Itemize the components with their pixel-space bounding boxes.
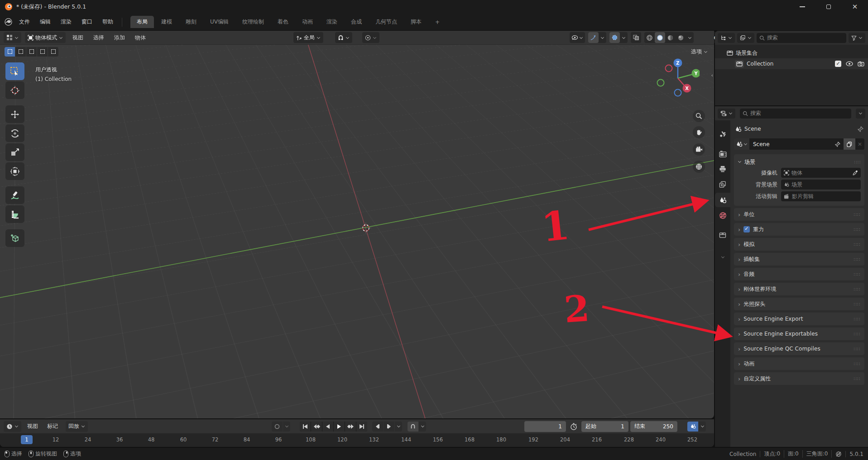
section-custom-properties[interactable]: ›自定义属性∷∷: [734, 372, 864, 385]
select-mode-intersect[interactable]: [48, 47, 58, 57]
section-rigid-body-world[interactable]: ›刚体世界环境∷∷: [734, 283, 864, 295]
section-audio[interactable]: ›音频∷∷: [734, 268, 864, 280]
mode-selector[interactable]: 物体模式: [25, 32, 66, 43]
tool-scale[interactable]: [5, 143, 24, 161]
close-button[interactable]: ✕: [842, 0, 868, 14]
frame-start-field[interactable]: 起始 1: [581, 421, 628, 432]
select-mode-invert[interactable]: [37, 47, 48, 57]
outliner-row-collection[interactable]: Collection ✓: [715, 58, 868, 69]
viewport-3d[interactable]: 物体模式 视图 选择 添加 物体 全局: [0, 31, 714, 418]
tab-world-properties[interactable]: [715, 208, 730, 223]
viewport-menu-add[interactable]: 添加: [111, 34, 128, 42]
eyedropper-icon[interactable]: [853, 170, 858, 175]
timeline-menu-marker[interactable]: 标记: [44, 422, 61, 430]
shading-rendered-button[interactable]: [676, 32, 686, 43]
timeline-snap-dropdown[interactable]: [419, 422, 426, 432]
viewport-menu-select[interactable]: 选择: [90, 34, 107, 42]
tool-measure[interactable]: [5, 205, 24, 223]
app-menu-icon[interactable]: [5, 18, 12, 26]
tab-texture-paint[interactable]: 纹理绘制: [236, 16, 270, 28]
properties-tabs-overflow-chevron[interactable]: [715, 250, 730, 264]
toggle-perspective-button[interactable]: [693, 161, 705, 173]
frame-end-field[interactable]: 结束 250: [630, 421, 677, 432]
section-simulation[interactable]: ›模拟∷∷: [734, 238, 864, 251]
scene-id-unlink-button[interactable]: ✕: [855, 138, 864, 150]
section-keying-sets[interactable]: ›插帧集∷∷: [734, 253, 864, 266]
section-source-engine-export[interactable]: ›Source Engine Export∷∷: [734, 313, 864, 325]
background-scene-field[interactable]: 场景: [781, 180, 861, 190]
timeline-ruler[interactable]: 1 12 24 36 48 60 72 84 96 108 120 132 14…: [0, 433, 714, 447]
menu-render[interactable]: 渲染: [56, 16, 77, 28]
gizmos-toggle[interactable]: [588, 32, 599, 43]
hide-eye-icon[interactable]: [846, 61, 853, 66]
visibility-dropdown[interactable]: [570, 32, 585, 43]
auto-keying-toggle[interactable]: [272, 422, 283, 432]
shading-wireframe-button[interactable]: [644, 32, 655, 43]
menu-help[interactable]: 帮助: [97, 16, 118, 28]
tool-rotate[interactable]: [5, 124, 24, 142]
viewport-options-dropdown[interactable]: 选项: [691, 48, 708, 56]
transform-orientation-dropdown[interactable]: 全局: [293, 32, 323, 43]
breadcrumb-pin-icon[interactable]: [858, 126, 863, 132]
prev-keyframe-button[interactable]: [311, 422, 322, 432]
section-light-probes[interactable]: ›光照探头∷∷: [734, 298, 864, 310]
tab-rendering[interactable]: 渲染: [320, 16, 344, 28]
menu-file[interactable]: 文件: [14, 16, 35, 28]
properties-search-input[interactable]: 搜索: [740, 109, 851, 119]
tab-viewlayer-properties[interactable]: [715, 177, 730, 192]
scene-id-browse-button[interactable]: [734, 138, 749, 150]
tab-collection-properties[interactable]: [715, 228, 730, 242]
section-animation[interactable]: ›动画∷∷: [734, 357, 864, 370]
tool-move[interactable]: [5, 105, 24, 123]
outliner-display-mode-button[interactable]: [737, 33, 754, 43]
playback-sync-button[interactable]: [687, 422, 698, 432]
frame-forward-button[interactable]: [384, 422, 394, 432]
outliner-row-scene-collection[interactable]: 场景集合: [715, 47, 868, 58]
outliner-filter-button[interactable]: [849, 33, 865, 43]
tab-geometry-nodes[interactable]: 几何节点: [369, 16, 403, 28]
next-keyframe-button[interactable]: [345, 422, 356, 432]
scene-id-name[interactable]: Scene: [749, 138, 832, 150]
section-source-engine-qc-compiles[interactable]: ›Source Engine QC Compiles∷∷: [734, 342, 864, 355]
camera-view-button[interactable]: [693, 143, 705, 156]
shading-material-button[interactable]: [665, 32, 676, 43]
tab-render-properties[interactable]: [715, 147, 730, 161]
ruler-current-frame[interactable]: 1: [21, 435, 33, 444]
tool-transform[interactable]: [5, 162, 24, 180]
viewport-menu-view[interactable]: 视图: [69, 34, 86, 42]
jump-to-end-button[interactable]: [356, 422, 367, 432]
timeline-editor-type-button[interactable]: [4, 421, 21, 432]
proportional-editing-toggle[interactable]: [362, 32, 379, 43]
jump-to-start-button[interactable]: [300, 422, 311, 432]
tab-scripting[interactable]: 脚本: [404, 16, 428, 28]
active-clip-field[interactable]: 影片剪辑: [781, 191, 861, 201]
tab-scene-properties[interactable]: [715, 193, 730, 207]
menu-window[interactable]: 窗口: [77, 16, 97, 28]
outliner-search-input[interactable]: 搜索: [757, 33, 846, 43]
gravity-checkbox[interactable]: [743, 226, 750, 232]
section-source-engine-exportables[interactable]: ›Source Engine Exportables∷∷: [734, 327, 864, 340]
editor-type-button[interactable]: [4, 32, 21, 43]
outliner-editor-type-button[interactable]: [718, 33, 735, 43]
select-mode-extend[interactable]: [15, 47, 26, 57]
overlays-dropdown[interactable]: [620, 32, 628, 43]
section-units[interactable]: ›单位∷∷: [734, 208, 864, 221]
properties-editor-type-button[interactable]: [718, 109, 735, 119]
camera-object-field[interactable]: 物体: [781, 168, 861, 178]
tab-output-properties[interactable]: [715, 162, 730, 176]
timeline-menu-view[interactable]: 视图: [24, 422, 41, 430]
minimize-button[interactable]: [789, 0, 815, 14]
tab-tool-properties[interactable]: [715, 127, 730, 141]
pan-hand-button[interactable]: [693, 126, 705, 138]
menu-edit[interactable]: 编辑: [35, 16, 56, 28]
tool-cursor[interactable]: [5, 81, 24, 99]
tab-uv-editing[interactable]: UV编辑: [204, 16, 235, 28]
tab-compositing[interactable]: 合成: [345, 16, 368, 28]
play-reverse-button[interactable]: [322, 422, 333, 432]
select-mode-new[interactable]: [5, 47, 15, 57]
shading-solid-button[interactable]: [655, 32, 665, 43]
disable-render-camera-icon[interactable]: [858, 61, 864, 66]
tool-select-box[interactable]: [5, 62, 24, 80]
snap-dropdown[interactable]: [335, 32, 352, 43]
navigation-gizmo[interactable]: Z Y X: [656, 56, 700, 99]
